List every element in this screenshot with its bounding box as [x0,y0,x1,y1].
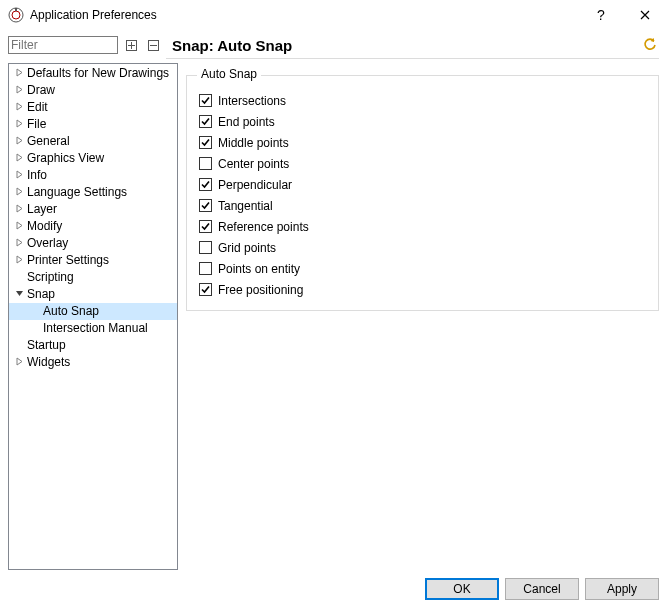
chevron-right-icon[interactable] [11,235,27,252]
checkbox[interactable] [199,262,212,275]
tree-item[interactable]: Overlay [9,235,177,252]
help-button[interactable]: ? [579,0,623,30]
chevron-right-icon[interactable] [11,167,27,184]
apply-button[interactable]: Apply [585,578,659,600]
tree-item-label: Overlay [27,235,74,252]
app-icon [8,7,24,23]
tree-item[interactable]: Intersection Manual [9,320,177,337]
tree-item-label: Graphics View [27,150,110,167]
tree-item[interactable]: Graphics View [9,150,177,167]
checkbox[interactable] [199,283,212,296]
checkbox-label: Tangential [218,199,273,213]
tree-item-label: Widgets [27,354,76,371]
chevron-right-icon[interactable] [11,252,27,269]
tree-item-label: General [27,133,76,150]
tree-item[interactable]: Startup [9,337,177,354]
checkbox-row[interactable]: Grid points [199,237,646,258]
checkbox[interactable] [199,178,212,191]
tree-item[interactable]: Draw [9,82,177,99]
checkbox-row[interactable]: End points [199,111,646,132]
chevron-right-icon[interactable] [11,133,27,150]
tree-item-label: Auto Snap [43,303,105,320]
checkbox-label: Middle points [218,136,289,150]
checkbox-row[interactable]: Reference points [199,216,646,237]
tree-item-label: Intersection Manual [43,320,154,337]
tree-item-label: File [27,116,52,133]
checkbox-label: Grid points [218,241,276,255]
tree-item[interactable]: Widgets [9,354,177,371]
checkbox[interactable] [199,157,212,170]
content-panel: Auto Snap IntersectionsEnd pointsMiddle … [186,63,659,570]
tree-item[interactable]: Language Settings [9,184,177,201]
cancel-button[interactable]: Cancel [505,578,579,600]
tree-item[interactable]: Layer [9,201,177,218]
tree-item[interactable]: Auto Snap [9,303,177,320]
tree-item-label: Printer Settings [27,252,115,269]
tree-item-label: Startup [27,337,72,354]
window-title: Application Preferences [30,8,579,22]
checkbox-row[interactable]: Perpendicular [199,174,646,195]
chevron-right-icon[interactable] [11,354,27,371]
tree-item-label: Layer [27,201,63,218]
category-tree[interactable]: Defaults for New DrawingsDrawEditFileGen… [8,63,178,570]
reset-button[interactable] [641,36,659,54]
filter-input[interactable] [8,36,118,54]
page-heading: Snap: Auto Snap [166,37,637,54]
chevron-right-icon[interactable] [11,82,27,99]
auto-snap-group: Auto Snap IntersectionsEnd pointsMiddle … [186,75,659,311]
chevron-right-icon[interactable] [11,201,27,218]
ok-button[interactable]: OK [425,578,499,600]
tree-item-label: Snap [27,286,61,303]
top-row: Snap: Auto Snap [8,36,659,54]
tree-item[interactable]: Snap [9,286,177,303]
tree-item-label: Modify [27,218,68,235]
tree-item-label: Draw [27,82,61,99]
checkbox-row[interactable]: Tangential [199,195,646,216]
chevron-right-icon[interactable] [11,116,27,133]
tree-item[interactable]: Info [9,167,177,184]
checkbox[interactable] [199,94,212,107]
checkbox-label: Perpendicular [218,178,292,192]
collapse-all-button[interactable] [144,36,162,54]
chevron-down-icon[interactable] [11,286,27,303]
checkbox-label: Center points [218,157,289,171]
tree-item-label: Scripting [27,269,80,286]
tree-item-label: Info [27,167,53,184]
checkbox[interactable] [199,241,212,254]
checkbox[interactable] [199,115,212,128]
close-button[interactable] [623,0,667,30]
tree-item-label: Language Settings [27,184,133,201]
group-title: Auto Snap [197,67,261,81]
checkbox-row[interactable]: Center points [199,153,646,174]
checkbox-label: End points [218,115,275,129]
checkbox[interactable] [199,220,212,233]
titlebar: Application Preferences ? [0,0,667,30]
chevron-right-icon[interactable] [11,184,27,201]
chevron-right-icon[interactable] [11,99,27,116]
checkbox[interactable] [199,199,212,212]
tree-item[interactable]: Scripting [9,269,177,286]
checkbox-label: Free positioning [218,283,303,297]
chevron-right-icon[interactable] [11,218,27,235]
checkbox[interactable] [199,136,212,149]
dialog-body: Snap: Auto Snap Defaults for New Drawing… [0,30,667,608]
tree-item[interactable]: Edit [9,99,177,116]
tree-item[interactable]: Modify [9,218,177,235]
expand-all-button[interactable] [122,36,140,54]
checkbox-row[interactable]: Middle points [199,132,646,153]
chevron-right-icon[interactable] [11,65,27,82]
tree-item-label: Edit [27,99,54,116]
tree-item[interactable]: Printer Settings [9,252,177,269]
chevron-right-icon[interactable] [11,150,27,167]
checkbox-row[interactable]: Intersections [199,90,646,111]
main-area: Defaults for New DrawingsDrawEditFileGen… [8,63,659,570]
tree-item[interactable]: Defaults for New Drawings [9,65,177,82]
checkbox-label: Intersections [218,94,286,108]
dialog-buttons: OK Cancel Apply [8,570,659,600]
checkbox-row[interactable]: Free positioning [199,279,646,300]
checkbox-label: Points on entity [218,262,300,276]
tree-item-label: Defaults for New Drawings [27,65,175,82]
tree-item[interactable]: General [9,133,177,150]
tree-item[interactable]: File [9,116,177,133]
checkbox-row[interactable]: Points on entity [199,258,646,279]
